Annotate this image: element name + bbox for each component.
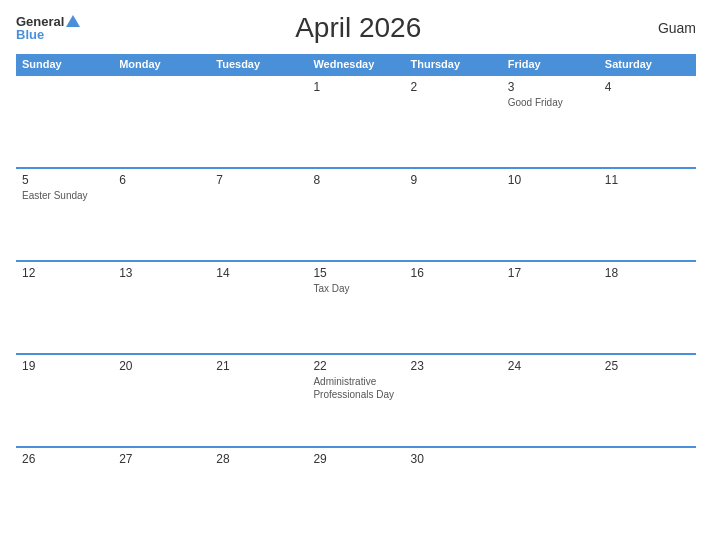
calendar-cell: 9 [405, 168, 502, 261]
calendar-week-row: 2627282930 [16, 447, 696, 540]
header-sunday: Sunday [16, 54, 113, 75]
day-number: 19 [22, 359, 107, 373]
day-number: 3 [508, 80, 593, 94]
calendar-cell: 28 [210, 447, 307, 540]
calendar-cell: 2 [405, 75, 502, 168]
day-number: 15 [313, 266, 398, 280]
day-number: 29 [313, 452, 398, 466]
day-number: 9 [411, 173, 496, 187]
day-number: 10 [508, 173, 593, 187]
event-label: Administrative Professionals Day [313, 375, 398, 401]
calendar-cell: 1 [307, 75, 404, 168]
day-number: 21 [216, 359, 301, 373]
day-number: 2 [411, 80, 496, 94]
calendar-cell: 15Tax Day [307, 261, 404, 354]
calendar-cell [502, 447, 599, 540]
logo-triangle-icon [66, 15, 80, 27]
header-wednesday: Wednesday [307, 54, 404, 75]
event-label: Tax Day [313, 282, 398, 295]
day-number: 14 [216, 266, 301, 280]
calendar-cell: 13 [113, 261, 210, 354]
calendar-cell: 5Easter Sunday [16, 168, 113, 261]
day-number: 18 [605, 266, 690, 280]
logo-blue-text: Blue [16, 28, 44, 41]
header-friday: Friday [502, 54, 599, 75]
day-number: 8 [313, 173, 398, 187]
day-number: 26 [22, 452, 107, 466]
calendar-cell: 11 [599, 168, 696, 261]
calendar-cell: 22Administrative Professionals Day [307, 354, 404, 447]
calendar-cell: 17 [502, 261, 599, 354]
calendar-cell: 21 [210, 354, 307, 447]
calendar-cell: 6 [113, 168, 210, 261]
calendar-week-row: 123Good Friday4 [16, 75, 696, 168]
calendar-cell: 26 [16, 447, 113, 540]
calendar-cell [210, 75, 307, 168]
calendar-cell: 27 [113, 447, 210, 540]
day-number: 5 [22, 173, 107, 187]
day-number: 24 [508, 359, 593, 373]
calendar-cell: 19 [16, 354, 113, 447]
day-number: 12 [22, 266, 107, 280]
calendar-title: April 2026 [80, 12, 636, 44]
calendar-cell: 23 [405, 354, 502, 447]
header-tuesday: Tuesday [210, 54, 307, 75]
calendar-cell: 14 [210, 261, 307, 354]
calendar-cell: 8 [307, 168, 404, 261]
header-monday: Monday [113, 54, 210, 75]
day-number: 25 [605, 359, 690, 373]
day-number: 23 [411, 359, 496, 373]
calendar-cell: 20 [113, 354, 210, 447]
day-number: 1 [313, 80, 398, 94]
header-saturday: Saturday [599, 54, 696, 75]
calendar-cell: 25 [599, 354, 696, 447]
header: General Blue April 2026 Guam [16, 12, 696, 44]
day-number: 13 [119, 266, 204, 280]
day-number: 20 [119, 359, 204, 373]
region-label: Guam [636, 20, 696, 36]
calendar-cell: 4 [599, 75, 696, 168]
day-number: 6 [119, 173, 204, 187]
event-label: Good Friday [508, 96, 593, 109]
calendar-cell [16, 75, 113, 168]
calendar-cell: 29 [307, 447, 404, 540]
day-number: 16 [411, 266, 496, 280]
calendar-cell: 7 [210, 168, 307, 261]
day-number: 17 [508, 266, 593, 280]
calendar-cell: 16 [405, 261, 502, 354]
calendar-cell: 3Good Friday [502, 75, 599, 168]
calendar-page: General Blue April 2026 Guam Sunday Mond… [0, 0, 712, 550]
calendar-cell: 24 [502, 354, 599, 447]
header-thursday: Thursday [405, 54, 502, 75]
calendar-cell [599, 447, 696, 540]
calendar-week-row: 12131415Tax Day161718 [16, 261, 696, 354]
day-number: 27 [119, 452, 204, 466]
calendar-cell [113, 75, 210, 168]
event-label: Easter Sunday [22, 189, 107, 202]
calendar-cell: 12 [16, 261, 113, 354]
calendar-week-row: 19202122Administrative Professionals Day… [16, 354, 696, 447]
day-number: 30 [411, 452, 496, 466]
weekday-header-row: Sunday Monday Tuesday Wednesday Thursday… [16, 54, 696, 75]
day-number: 4 [605, 80, 690, 94]
calendar-cell: 10 [502, 168, 599, 261]
day-number: 7 [216, 173, 301, 187]
day-number: 28 [216, 452, 301, 466]
calendar-table: Sunday Monday Tuesday Wednesday Thursday… [16, 54, 696, 540]
day-number: 11 [605, 173, 690, 187]
day-number: 22 [313, 359, 398, 373]
calendar-week-row: 5Easter Sunday67891011 [16, 168, 696, 261]
calendar-cell: 18 [599, 261, 696, 354]
calendar-cell: 30 [405, 447, 502, 540]
logo: General Blue [16, 15, 80, 41]
